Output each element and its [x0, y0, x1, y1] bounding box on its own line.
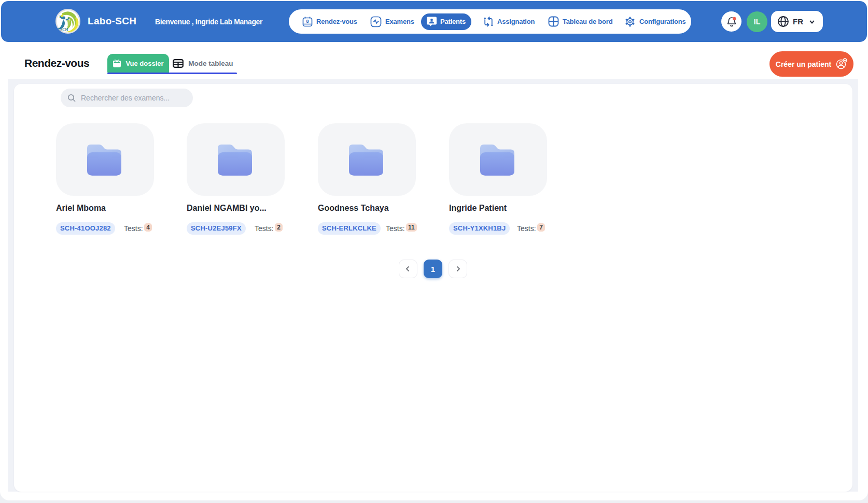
svg-text:SCH: SCH [60, 27, 68, 32]
svg-text:8: 8 [306, 19, 309, 24]
